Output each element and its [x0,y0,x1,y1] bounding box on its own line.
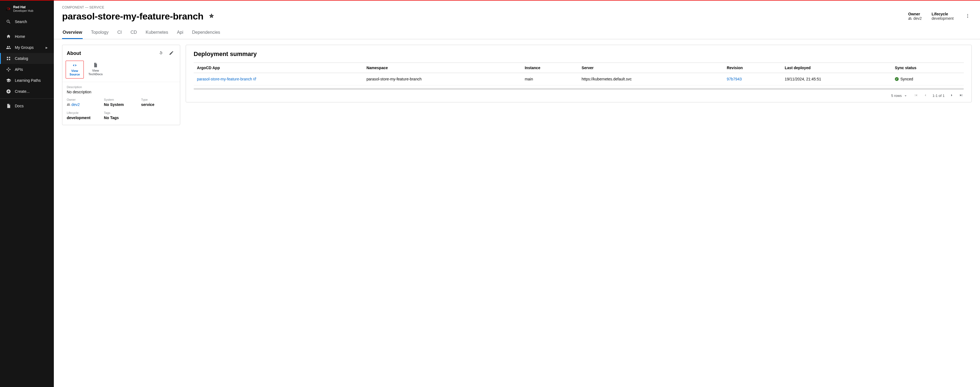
view-techdocs-label: View TechDocs [88,69,103,76]
page-title: parasol-store-my-feature-branch [62,11,204,22]
sync-status: Synced [895,77,961,81]
view-source-label: View Source [67,69,83,76]
code-icon [72,63,78,68]
main: COMPONENT — SERVICE parasol-store-my-fea… [54,0,980,387]
sidebar-item-docs[interactable]: Docs [0,100,54,111]
refresh-button[interactable] [157,49,165,58]
tab-kubernetes[interactable]: Kubernetes [145,27,169,39]
col-revision: Revision [724,63,781,73]
learning-icon [6,78,11,83]
edit-button[interactable] [167,49,175,58]
breadcrumb: COMPONENT — SERVICE [62,5,972,10]
argocd-app-link[interactable]: parasol-store-my-feature-branch [197,77,256,81]
prev-page-button[interactable] [923,93,928,98]
next-page-button[interactable] [950,93,954,98]
docs-icon [6,103,11,108]
tab-overview[interactable]: Overview [62,27,83,39]
nav-label: My Groups [15,45,33,50]
create-icon [6,89,11,94]
search-icon [6,19,11,24]
nav-label: Create... [15,89,30,94]
rows-per-page[interactable]: 5 rows [891,94,908,98]
system-value: No System [104,102,138,107]
nav-separator [0,98,54,99]
group-icon [908,16,912,20]
tab-topology[interactable]: Topology [91,27,109,39]
tags-label: Tags [104,111,138,114]
check-circle-icon [895,77,899,81]
nav-label: Home [15,34,25,39]
sidebar-item-home[interactable]: Home [0,31,54,42]
group-icon [6,45,11,50]
lifecycle-value: development [67,116,101,120]
owner-value: dev2 [913,16,921,21]
lifecycle-value: development [932,16,954,21]
sidebar: Red Hat Developer Hub Search Home My Gro… [0,0,54,387]
sidebar-item-create[interactable]: Create... [0,86,54,97]
sidebar-item-mygroups[interactable]: My Groups ▶ [0,42,54,53]
group-icon [67,103,70,106]
description-label: Description [67,86,175,89]
table-row: parasol-store-my-feature-branch parasol-… [194,73,964,86]
col-instance: Instance [521,63,578,73]
view-techdocs-link[interactable]: View TechDocs [86,61,105,78]
col-sync-status: Sync status [892,63,964,73]
chevron-right-icon: ▶ [46,46,48,49]
table-pager: 5 rows 1-1 of 1 [194,91,964,98]
star-outline-icon [209,13,214,18]
system-label: System [104,98,138,101]
col-app: ArgoCD App [194,63,363,73]
kebab-icon [965,13,970,18]
svg-point-0 [967,14,968,15]
lifecycle-meta: Lifecycle development [932,12,954,21]
owner-meta: Owner dev2 [908,12,921,21]
owner-value[interactable]: dev2 [67,102,101,107]
tab-api[interactable]: Api [177,27,184,39]
sidebar-item-learning[interactable]: Learning Paths [0,75,54,86]
tags-value: No Tags [104,116,138,120]
pencil-icon [169,51,174,56]
view-source-link[interactable]: View Source [66,61,84,78]
description-value: No description [67,90,175,94]
svg-point-1 [967,16,968,16]
redhat-logo-icon [6,6,11,11]
deployment-title: Deployment summary [194,51,964,58]
about-title: About [67,51,81,56]
type-label: Type [141,98,175,101]
horizontal-scrollbar[interactable] [194,88,964,90]
catalog-icon [6,56,11,61]
owner-label: Owner [908,12,921,16]
cell-last-deployed: 19/11/2024, 21:45:51 [781,73,892,86]
tab-cd[interactable]: CD [130,27,137,39]
brand-bottom: Developer Hub [13,9,33,12]
nav-label: Learning Paths [15,78,41,82]
sidebar-item-apis[interactable]: APIs [0,64,54,75]
owner-label: Owner [67,98,101,101]
home-icon [6,34,11,39]
chevron-down-icon [904,94,908,98]
type-value: service [141,102,175,107]
nav-label: APIs [15,67,23,71]
first-page-button[interactable] [914,93,918,98]
brand: Red Hat Developer Hub [0,5,54,16]
external-link-icon [252,77,256,81]
col-server: Server [578,63,724,73]
col-last-deployed: Last deployed [781,63,892,73]
search-nav[interactable]: Search [0,16,54,27]
sidebar-item-catalog[interactable]: Catalog [0,53,54,64]
tab-ci[interactable]: CI [117,27,122,39]
lifecycle-label: Lifecycle [932,12,954,16]
deployment-table: ArgoCD App Namespace Instance Server Rev… [194,63,964,86]
doc-icon [93,62,98,68]
tab-dependencies[interactable]: Dependencies [191,27,221,39]
nav-label: Catalog [15,56,28,61]
favorite-button[interactable] [207,12,216,21]
more-actions-button[interactable] [964,12,972,21]
brand-top: Red Hat [13,5,33,9]
last-page-button[interactable] [959,93,963,98]
apis-icon [6,67,11,72]
svg-point-2 [967,17,968,18]
cell-server: https://kubernetes.default.svc [578,73,724,86]
nav-label: Docs [15,104,24,108]
revision-link[interactable]: 97b7943 [727,77,742,81]
